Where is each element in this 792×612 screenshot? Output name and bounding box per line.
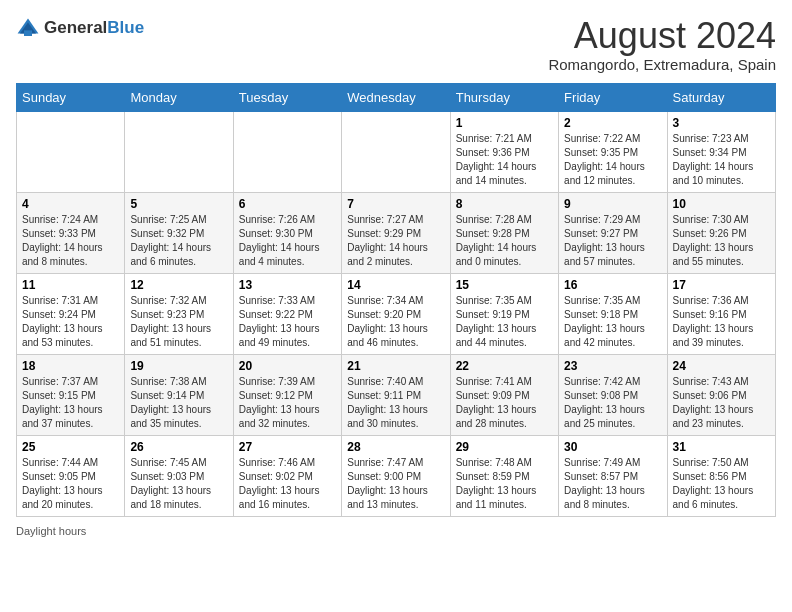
weekday-thursday: Thursday	[450, 83, 558, 111]
calendar-table: SundayMondayTuesdayWednesdayThursdayFrid…	[16, 83, 776, 517]
day-info: Sunrise: 7:48 AMSunset: 8:59 PMDaylight:…	[456, 456, 553, 512]
calendar-cell-1-3: 7Sunrise: 7:27 AMSunset: 9:29 PMDaylight…	[342, 192, 450, 273]
day-info: Sunrise: 7:38 AMSunset: 9:14 PMDaylight:…	[130, 375, 227, 431]
day-info: Sunrise: 7:29 AMSunset: 9:27 PMDaylight:…	[564, 213, 661, 269]
day-info: Sunrise: 7:47 AMSunset: 9:00 PMDaylight:…	[347, 456, 444, 512]
day-number: 1	[456, 116, 553, 130]
weekday-wednesday: Wednesday	[342, 83, 450, 111]
day-number: 9	[564, 197, 661, 211]
calendar-cell-0-4: 1Sunrise: 7:21 AMSunset: 9:36 PMDaylight…	[450, 111, 558, 192]
day-info: Sunrise: 7:50 AMSunset: 8:56 PMDaylight:…	[673, 456, 770, 512]
day-info: Sunrise: 7:33 AMSunset: 9:22 PMDaylight:…	[239, 294, 336, 350]
title-area: August 2024 Romangordo, Extremadura, Spa…	[548, 16, 776, 73]
day-info: Sunrise: 7:21 AMSunset: 9:36 PMDaylight:…	[456, 132, 553, 188]
day-number: 28	[347, 440, 444, 454]
calendar-cell-0-3	[342, 111, 450, 192]
calendar-cell-2-0: 11Sunrise: 7:31 AMSunset: 9:24 PMDayligh…	[17, 273, 125, 354]
day-number: 2	[564, 116, 661, 130]
day-number: 29	[456, 440, 553, 454]
weekday-header-row: SundayMondayTuesdayWednesdayThursdayFrid…	[17, 83, 776, 111]
day-number: 19	[130, 359, 227, 373]
calendar-cell-2-5: 16Sunrise: 7:35 AMSunset: 9:18 PMDayligh…	[559, 273, 667, 354]
calendar-cell-2-2: 13Sunrise: 7:33 AMSunset: 9:22 PMDayligh…	[233, 273, 341, 354]
calendar-cell-4-4: 29Sunrise: 7:48 AMSunset: 8:59 PMDayligh…	[450, 435, 558, 516]
day-info: Sunrise: 7:25 AMSunset: 9:32 PMDaylight:…	[130, 213, 227, 269]
calendar-cell-3-3: 21Sunrise: 7:40 AMSunset: 9:11 PMDayligh…	[342, 354, 450, 435]
week-row-3: 18Sunrise: 7:37 AMSunset: 9:15 PMDayligh…	[17, 354, 776, 435]
calendar-cell-0-1	[125, 111, 233, 192]
calendar-cell-4-6: 31Sunrise: 7:50 AMSunset: 8:56 PMDayligh…	[667, 435, 775, 516]
logo-general: General	[44, 18, 107, 37]
weekday-saturday: Saturday	[667, 83, 775, 111]
day-number: 25	[22, 440, 119, 454]
calendar-cell-0-2	[233, 111, 341, 192]
day-number: 4	[22, 197, 119, 211]
day-info: Sunrise: 7:43 AMSunset: 9:06 PMDaylight:…	[673, 375, 770, 431]
day-info: Sunrise: 7:44 AMSunset: 9:05 PMDaylight:…	[22, 456, 119, 512]
daylight-label: Daylight hours	[16, 525, 86, 537]
day-number: 18	[22, 359, 119, 373]
day-number: 14	[347, 278, 444, 292]
calendar-cell-4-2: 27Sunrise: 7:46 AMSunset: 9:02 PMDayligh…	[233, 435, 341, 516]
day-info: Sunrise: 7:42 AMSunset: 9:08 PMDaylight:…	[564, 375, 661, 431]
calendar-cell-1-0: 4Sunrise: 7:24 AMSunset: 9:33 PMDaylight…	[17, 192, 125, 273]
day-info: Sunrise: 7:39 AMSunset: 9:12 PMDaylight:…	[239, 375, 336, 431]
calendar-cell-2-1: 12Sunrise: 7:32 AMSunset: 9:23 PMDayligh…	[125, 273, 233, 354]
main-title: August 2024	[548, 16, 776, 56]
calendar-cell-0-5: 2Sunrise: 7:22 AMSunset: 9:35 PMDaylight…	[559, 111, 667, 192]
day-number: 6	[239, 197, 336, 211]
day-info: Sunrise: 7:49 AMSunset: 8:57 PMDaylight:…	[564, 456, 661, 512]
calendar-cell-3-2: 20Sunrise: 7:39 AMSunset: 9:12 PMDayligh…	[233, 354, 341, 435]
day-info: Sunrise: 7:34 AMSunset: 9:20 PMDaylight:…	[347, 294, 444, 350]
day-number: 8	[456, 197, 553, 211]
day-info: Sunrise: 7:35 AMSunset: 9:18 PMDaylight:…	[564, 294, 661, 350]
calendar-cell-0-0	[17, 111, 125, 192]
day-info: Sunrise: 7:45 AMSunset: 9:03 PMDaylight:…	[130, 456, 227, 512]
day-number: 13	[239, 278, 336, 292]
day-number: 27	[239, 440, 336, 454]
calendar-cell-3-5: 23Sunrise: 7:42 AMSunset: 9:08 PMDayligh…	[559, 354, 667, 435]
calendar-cell-1-2: 6Sunrise: 7:26 AMSunset: 9:30 PMDaylight…	[233, 192, 341, 273]
day-info: Sunrise: 7:37 AMSunset: 9:15 PMDaylight:…	[22, 375, 119, 431]
calendar-cell-4-3: 28Sunrise: 7:47 AMSunset: 9:00 PMDayligh…	[342, 435, 450, 516]
calendar-cell-3-6: 24Sunrise: 7:43 AMSunset: 9:06 PMDayligh…	[667, 354, 775, 435]
day-number: 12	[130, 278, 227, 292]
calendar-cell-4-5: 30Sunrise: 7:49 AMSunset: 8:57 PMDayligh…	[559, 435, 667, 516]
day-info: Sunrise: 7:35 AMSunset: 9:19 PMDaylight:…	[456, 294, 553, 350]
weekday-tuesday: Tuesday	[233, 83, 341, 111]
day-info: Sunrise: 7:32 AMSunset: 9:23 PMDaylight:…	[130, 294, 227, 350]
calendar-cell-1-6: 10Sunrise: 7:30 AMSunset: 9:26 PMDayligh…	[667, 192, 775, 273]
day-info: Sunrise: 7:30 AMSunset: 9:26 PMDaylight:…	[673, 213, 770, 269]
calendar-cell-1-4: 8Sunrise: 7:28 AMSunset: 9:28 PMDaylight…	[450, 192, 558, 273]
calendar-cell-4-1: 26Sunrise: 7:45 AMSunset: 9:03 PMDayligh…	[125, 435, 233, 516]
day-info: Sunrise: 7:22 AMSunset: 9:35 PMDaylight:…	[564, 132, 661, 188]
calendar-cell-1-1: 5Sunrise: 7:25 AMSunset: 9:32 PMDaylight…	[125, 192, 233, 273]
day-number: 3	[673, 116, 770, 130]
day-number: 15	[456, 278, 553, 292]
day-number: 7	[347, 197, 444, 211]
day-number: 26	[130, 440, 227, 454]
day-number: 5	[130, 197, 227, 211]
day-info: Sunrise: 7:40 AMSunset: 9:11 PMDaylight:…	[347, 375, 444, 431]
calendar-cell-1-5: 9Sunrise: 7:29 AMSunset: 9:27 PMDaylight…	[559, 192, 667, 273]
day-info: Sunrise: 7:27 AMSunset: 9:29 PMDaylight:…	[347, 213, 444, 269]
calendar-cell-2-4: 15Sunrise: 7:35 AMSunset: 9:19 PMDayligh…	[450, 273, 558, 354]
calendar-cell-0-6: 3Sunrise: 7:23 AMSunset: 9:34 PMDaylight…	[667, 111, 775, 192]
calendar-body: 1Sunrise: 7:21 AMSunset: 9:36 PMDaylight…	[17, 111, 776, 516]
header: GeneralBlue August 2024 Romangordo, Extr…	[16, 16, 776, 73]
day-number: 20	[239, 359, 336, 373]
logo: GeneralBlue	[16, 16, 144, 40]
day-info: Sunrise: 7:24 AMSunset: 9:33 PMDaylight:…	[22, 213, 119, 269]
calendar-cell-2-6: 17Sunrise: 7:36 AMSunset: 9:16 PMDayligh…	[667, 273, 775, 354]
week-row-2: 11Sunrise: 7:31 AMSunset: 9:24 PMDayligh…	[17, 273, 776, 354]
day-info: Sunrise: 7:46 AMSunset: 9:02 PMDaylight:…	[239, 456, 336, 512]
day-info: Sunrise: 7:23 AMSunset: 9:34 PMDaylight:…	[673, 132, 770, 188]
day-number: 21	[347, 359, 444, 373]
subtitle: Romangordo, Extremadura, Spain	[548, 56, 776, 73]
day-number: 10	[673, 197, 770, 211]
logo-icon	[16, 16, 40, 40]
day-info: Sunrise: 7:31 AMSunset: 9:24 PMDaylight:…	[22, 294, 119, 350]
day-number: 17	[673, 278, 770, 292]
week-row-0: 1Sunrise: 7:21 AMSunset: 9:36 PMDaylight…	[17, 111, 776, 192]
weekday-monday: Monday	[125, 83, 233, 111]
